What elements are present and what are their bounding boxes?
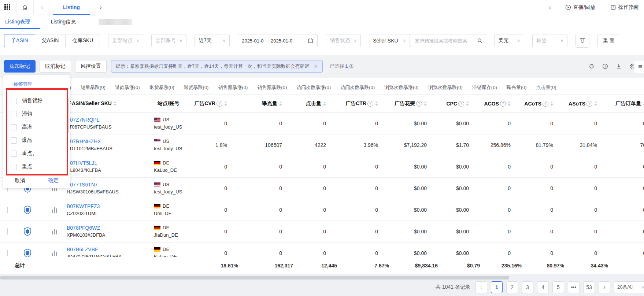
column-header[interactable]: CPC? [427, 101, 469, 107]
asin-link[interactable]: B07RHNHZHX [67, 138, 154, 145]
help-icon[interactable]: ? [586, 101, 592, 107]
sort-icon[interactable] [114, 101, 116, 106]
sku-type-select[interactable]: Seller SKU∨ [369, 34, 410, 47]
column-header[interactable]: ACoTS? [511, 101, 553, 107]
metric-tab[interactable]: 浏览次数暴涨(0) [384, 84, 419, 91]
tag-option[interactable]: 爆品 [3, 134, 70, 147]
help-icon[interactable]: ? [543, 101, 548, 107]
tab-scroll-left[interactable]: ‹ [34, 0, 51, 15]
type-tab-warehouse-sku[interactable]: 仓库SKU [65, 34, 100, 47]
download-button[interactable] [616, 63, 622, 69]
sort-icon[interactable] [508, 101, 511, 106]
refresh-button[interactable] [589, 63, 595, 69]
tag-manage-link[interactable]: +标签管理 [3, 75, 70, 88]
cancel-button[interactable]: 取消 [15, 178, 25, 184]
live-replay-button[interactable]: 直播/回放 [565, 4, 595, 11]
tag-checkbox[interactable] [11, 137, 17, 144]
page-button[interactable]: 5 [552, 281, 564, 293]
page-button[interactable]: 53 [583, 281, 595, 293]
asin-link[interactable]: B077TS6TN7 [67, 181, 154, 188]
close-icon[interactable]: ✕ [314, 64, 318, 69]
help-icon[interactable]: ? [367, 101, 373, 107]
column-header[interactable]: 广告订单量 [597, 100, 644, 107]
row-checkbox[interactable] [7, 207, 8, 213]
currency-select[interactable]: 美元∨ [494, 34, 524, 47]
tab-listing-info[interactable]: Listing信息 [45, 15, 81, 29]
type-tab-parent-asin[interactable]: 父ASIN [35, 34, 66, 47]
home-button[interactable] [16, 0, 33, 15]
metric-tab[interactable]: 曝光量(0) [507, 84, 527, 91]
page-size-select[interactable]: 20条/页∨ [614, 281, 644, 293]
column-header[interactable]: 点击量 [282, 100, 326, 107]
type-tab-child-asin[interactable]: 子ASIN [4, 34, 35, 47]
trend-chart-icon[interactable] [52, 207, 63, 213]
column-header[interactable]: ASoTS? [553, 101, 597, 107]
account-select[interactable]: 全部账号∨ [151, 34, 186, 47]
sort-icon[interactable] [466, 101, 469, 106]
metric-tab[interactable]: 滞销库存(0) [472, 84, 497, 91]
metric-tab[interactable]: 访问次数暴涨(0) [296, 84, 331, 91]
badge-cell[interactable] [18, 227, 37, 236]
help-icon[interactable]: ? [416, 101, 422, 107]
asin-link[interactable]: B07KWTPFZ3 [67, 203, 154, 210]
guide-button[interactable]: 操作指南 [610, 4, 639, 11]
page-ellipsis[interactable]: ••• [568, 281, 580, 293]
metric-tab[interactable]: 销量暴跌(0) [81, 84, 106, 91]
help-icon[interactable]: ? [216, 101, 222, 107]
add-mark-button[interactable]: 添加标记 [4, 60, 36, 73]
help-icon[interactable]: ? [500, 101, 506, 107]
asin-link[interactable]: B078PFQ6WZ [67, 224, 154, 232]
badge-cell[interactable] [18, 206, 37, 214]
reset-button[interactable]: 重 置 [597, 34, 620, 47]
metric-tab[interactable]: 浏览次数暴跌(0) [428, 84, 463, 91]
asin-link[interactable]: B07HVT5LJL [67, 159, 154, 167]
search-input[interactable] [414, 38, 477, 44]
column-header[interactable]: ACOS? [469, 101, 511, 107]
metric-tab[interactable]: 退货暴跌(0) [184, 84, 209, 91]
truncated-button[interactable] [634, 60, 644, 73]
search-icon[interactable] [477, 38, 483, 44]
column-header[interactable]: 广告CTR? [326, 100, 378, 107]
help-icon[interactable]: ? [458, 101, 464, 107]
cancel-mark-button[interactable]: 取消标记 [40, 60, 71, 73]
date-range-input[interactable]: 2025-01-0 ~ 2025-01-0 [238, 34, 318, 47]
sort-icon[interactable] [279, 101, 282, 106]
advanced-filter-button[interactable] [575, 34, 589, 48]
column-header[interactable]: 子ASIN/Seller SKU [63, 100, 154, 107]
tab-scroll-right[interactable]: › [92, 0, 109, 15]
metric-tab[interactable]: 点击量(0) [536, 84, 556, 91]
app-launcher-icon[interactable] [4, 4, 11, 11]
page-button[interactable]: 2 [506, 281, 518, 293]
chevron-down-icon[interactable]: ∨ [548, 4, 552, 11]
asin-link[interactable]: B07B6LZVBF [67, 246, 154, 253]
tag-option[interactable]: 重点 [3, 160, 70, 173]
column-header[interactable]: 广告花费? [378, 100, 427, 107]
risk-control-button[interactable]: 风控设置 [75, 60, 107, 73]
tag-option[interactable]: 高潜 [3, 121, 70, 134]
prev-page-button[interactable]: ‹ [475, 281, 487, 293]
nav-tab-listing[interactable]: Listing [51, 0, 92, 15]
site-select[interactable]: 全部站点∨ [108, 34, 143, 47]
metric-tab[interactable]: 销售额暴跌(0) [257, 84, 287, 91]
sort-icon[interactable] [323, 101, 326, 106]
panel-scrollbar[interactable] [67, 98, 69, 133]
confirm-button[interactable]: 确定 [48, 177, 59, 184]
sort-icon[interactable] [424, 101, 427, 106]
trend-chart-icon[interactable] [52, 250, 63, 256]
tag-checkbox[interactable] [11, 164, 17, 170]
sort-icon[interactable] [375, 101, 378, 106]
column-header[interactable]: 曝光量 [227, 100, 282, 107]
row-checkbox[interactable] [7, 228, 8, 235]
tag-checkbox[interactable] [11, 98, 17, 104]
tag-checkbox[interactable] [11, 151, 17, 157]
page-button[interactable]: 1 [491, 281, 503, 293]
tab-listing-performance[interactable]: Listing表现 [0, 15, 35, 29]
column-header[interactable]: 广告CVR? [198, 100, 227, 107]
tag-select[interactable]: 标签∨ [532, 34, 567, 47]
trend-chart-icon[interactable] [52, 229, 63, 234]
info-button[interactable] [602, 63, 608, 69]
sort-icon[interactable] [594, 101, 597, 106]
metric-tab[interactable]: 访问次数暴跌(0) [340, 84, 375, 91]
tag-option[interactable]: 重点。 [3, 147, 70, 160]
metric-tab[interactable]: 退货暴涨(0) [149, 84, 174, 91]
